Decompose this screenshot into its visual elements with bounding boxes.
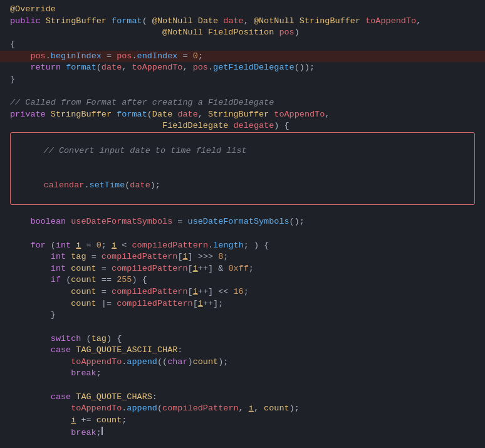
code-line: case TAG_QUOTE_CHARS: bbox=[0, 392, 485, 404]
code-line: private StringBuffer format(Date date, S… bbox=[0, 109, 485, 121]
code-line: for (int i = 0; i < compiledPattern.leng… bbox=[0, 240, 485, 252]
code-line: boolean useDateFormatSymbols = useDateFo… bbox=[0, 216, 485, 228]
code-line: break; bbox=[0, 427, 485, 439]
code-line: // Convert input date to time field list bbox=[11, 133, 474, 169]
code-line bbox=[0, 205, 485, 217]
code-line bbox=[0, 321, 485, 333]
code-line: int count = compiledPattern[i++] & 0xff; bbox=[0, 263, 485, 275]
cursor bbox=[102, 427, 103, 435]
code-line bbox=[0, 439, 485, 448]
code-line: toAppendTo.append(compiledPattern, i, co… bbox=[0, 403, 485, 415]
code-line: return format(date, toAppendTo, pos.getF… bbox=[0, 62, 485, 74]
code-line: @Override bbox=[0, 4, 485, 16]
code-line: calendar.setTime(date); bbox=[11, 169, 474, 204]
code-line: FieldDelegate delegate) { bbox=[0, 120, 485, 132]
code-line: switch (tag) { bbox=[0, 333, 485, 345]
code-editor: @Override public StringBuffer format( @N… bbox=[0, 0, 485, 448]
highlighted-box: // Convert input date to time field list… bbox=[10, 132, 475, 205]
code-line: case TAG_QUOTE_ASCII_CHAR: bbox=[0, 345, 485, 357]
code-line: } bbox=[0, 310, 485, 321]
code-line: break; bbox=[0, 368, 485, 380]
code-line: if (count == 255) { bbox=[0, 274, 485, 286]
code-line: @NotNull FieldPosition pos) bbox=[0, 27, 485, 39]
code-line: count = compiledPattern[i++] << 16; bbox=[0, 286, 485, 298]
code-line: public StringBuffer format( @NotNull Dat… bbox=[0, 16, 485, 28]
code-line bbox=[0, 85, 485, 97]
code-line: pos.beginIndex = pos.endIndex = 0; bbox=[0, 51, 485, 63]
code-line bbox=[0, 380, 485, 392]
code-line: i += count; bbox=[0, 415, 485, 427]
code-line bbox=[0, 228, 485, 240]
code-line: { bbox=[0, 39, 485, 51]
code-line: int tag = compiledPattern[i] >>> 8; bbox=[0, 251, 485, 263]
code-line: count |= compiledPattern[i++]; bbox=[0, 298, 485, 310]
code-line: } bbox=[0, 74, 485, 86]
code-line: toAppendTo.append((char)count); bbox=[0, 357, 485, 368]
code-line: // Called from Format after creating a F… bbox=[0, 97, 485, 109]
